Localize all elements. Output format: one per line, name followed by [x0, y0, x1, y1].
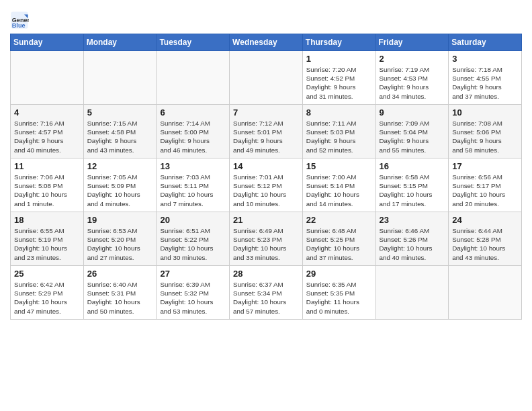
calendar-cell: 1Sunrise: 7:20 AM Sunset: 4:52 PM Daylig… [302, 51, 375, 105]
calendar-cell [375, 266, 449, 320]
calendar-cell [11, 51, 84, 105]
day-info: Sunrise: 7:20 AM Sunset: 4:52 PM Dayligh… [306, 65, 372, 101]
day-number: 4 [14, 107, 80, 118]
calendar-table: SundayMondayTuesdayWednesdayThursdayFrid… [10, 34, 522, 320]
calendar-cell: 9Sunrise: 7:09 AM Sunset: 5:04 PM Daylig… [375, 105, 449, 158]
weekday-header-row: SundayMondayTuesdayWednesdayThursdayFrid… [11, 34, 522, 51]
calendar-cell: 3Sunrise: 7:18 AM Sunset: 4:55 PM Daylig… [449, 51, 522, 105]
day-number: 25 [14, 269, 80, 279]
day-number: 28 [233, 269, 299, 279]
day-info: Sunrise: 6:55 AM Sunset: 5:19 PM Dayligh… [14, 226, 80, 262]
day-info: Sunrise: 6:40 AM Sunset: 5:31 PM Dayligh… [87, 280, 153, 316]
calendar-header: SundayMondayTuesdayWednesdayThursdayFrid… [11, 34, 522, 51]
day-info: Sunrise: 6:46 AM Sunset: 5:26 PM Dayligh… [380, 226, 445, 262]
day-info: Sunrise: 6:35 AM Sunset: 5:35 PM Dayligh… [306, 280, 372, 316]
day-info: Sunrise: 7:01 AM Sunset: 5:12 PM Dayligh… [233, 173, 299, 208]
day-info: Sunrise: 7:06 AM Sunset: 5:08 PM Dayligh… [14, 173, 80, 208]
day-number: 18 [14, 215, 80, 225]
day-info: Sunrise: 7:09 AM Sunset: 5:04 PM Dayligh… [380, 119, 445, 154]
calendar-cell: 29Sunrise: 6:35 AM Sunset: 5:35 PM Dayli… [302, 266, 375, 320]
day-number: 16 [380, 161, 445, 171]
calendar-cell [83, 51, 157, 105]
day-info: Sunrise: 7:03 AM Sunset: 5:11 PM Dayligh… [160, 173, 226, 208]
day-info: Sunrise: 7:19 AM Sunset: 4:53 PM Dayligh… [380, 65, 445, 101]
day-info: Sunrise: 6:39 AM Sunset: 5:32 PM Dayligh… [160, 280, 226, 316]
day-number: 10 [452, 107, 518, 118]
day-number: 11 [14, 161, 80, 171]
day-number: 8 [306, 107, 372, 118]
calendar-cell: 2Sunrise: 7:19 AM Sunset: 4:53 PM Daylig… [375, 51, 449, 105]
calendar-cell: 4Sunrise: 7:16 AM Sunset: 4:57 PM Daylig… [11, 105, 84, 158]
day-info: Sunrise: 7:08 AM Sunset: 5:06 PM Dayligh… [452, 119, 518, 154]
calendar-cell: 16Sunrise: 6:58 AM Sunset: 5:15 PM Dayli… [375, 158, 449, 212]
calendar-cell: 28Sunrise: 6:37 AM Sunset: 5:34 PM Dayli… [230, 266, 303, 320]
day-number: 6 [160, 107, 226, 118]
day-info: Sunrise: 6:37 AM Sunset: 5:34 PM Dayligh… [233, 280, 299, 316]
weekday-header-monday: Monday [83, 34, 157, 51]
calendar-cell: 11Sunrise: 7:06 AM Sunset: 5:08 PM Dayli… [11, 158, 84, 212]
day-info: Sunrise: 7:00 AM Sunset: 5:14 PM Dayligh… [306, 173, 372, 208]
day-info: Sunrise: 6:53 AM Sunset: 5:20 PM Dayligh… [87, 226, 153, 262]
day-info: Sunrise: 7:05 AM Sunset: 5:09 PM Dayligh… [87, 173, 153, 208]
calendar-week-row: 25Sunrise: 6:42 AM Sunset: 5:29 PM Dayli… [11, 266, 522, 320]
day-info: Sunrise: 6:42 AM Sunset: 5:29 PM Dayligh… [14, 280, 80, 316]
calendar-week-row: 11Sunrise: 7:06 AM Sunset: 5:08 PM Dayli… [11, 158, 522, 212]
day-info: Sunrise: 6:49 AM Sunset: 5:23 PM Dayligh… [233, 226, 299, 262]
day-info: Sunrise: 7:11 AM Sunset: 5:03 PM Dayligh… [306, 119, 372, 154]
day-number: 14 [233, 161, 299, 171]
calendar-cell: 24Sunrise: 6:44 AM Sunset: 5:28 PM Dayli… [449, 212, 522, 266]
page-header: General Blue [10, 7, 522, 30]
calendar-cell [449, 266, 522, 320]
calendar-week-row: 18Sunrise: 6:55 AM Sunset: 5:19 PM Dayli… [11, 212, 522, 266]
day-number: 5 [87, 107, 153, 118]
calendar-cell: 5Sunrise: 7:15 AM Sunset: 4:58 PM Daylig… [83, 105, 157, 158]
day-info: Sunrise: 7:12 AM Sunset: 5:01 PM Dayligh… [233, 119, 299, 154]
calendar-week-row: 4Sunrise: 7:16 AM Sunset: 4:57 PM Daylig… [11, 105, 522, 158]
day-info: Sunrise: 6:56 AM Sunset: 5:17 PM Dayligh… [452, 173, 518, 208]
day-number: 19 [87, 215, 153, 225]
day-number: 2 [380, 54, 445, 64]
weekday-header-wednesday: Wednesday [230, 34, 303, 51]
day-number: 22 [306, 215, 372, 225]
day-number: 27 [160, 269, 226, 279]
svg-text:Blue: Blue [12, 22, 26, 29]
calendar-cell: 20Sunrise: 6:51 AM Sunset: 5:22 PM Dayli… [157, 212, 230, 266]
day-info: Sunrise: 6:58 AM Sunset: 5:15 PM Dayligh… [380, 173, 445, 208]
weekday-header-saturday: Saturday [449, 34, 522, 51]
calendar-cell: 21Sunrise: 6:49 AM Sunset: 5:23 PM Dayli… [230, 212, 303, 266]
calendar-cell: 13Sunrise: 7:03 AM Sunset: 5:11 PM Dayli… [157, 158, 230, 212]
day-number: 1 [306, 54, 372, 64]
day-info: Sunrise: 6:48 AM Sunset: 5:25 PM Dayligh… [306, 226, 372, 262]
calendar-cell: 10Sunrise: 7:08 AM Sunset: 5:06 PM Dayli… [449, 105, 522, 158]
day-info: Sunrise: 7:16 AM Sunset: 4:57 PM Dayligh… [14, 119, 80, 154]
calendar-body: 1Sunrise: 7:20 AM Sunset: 4:52 PM Daylig… [11, 51, 522, 320]
calendar-cell [230, 51, 303, 105]
weekday-header-sunday: Sunday [11, 34, 84, 51]
calendar-cell: 23Sunrise: 6:46 AM Sunset: 5:26 PM Dayli… [375, 212, 449, 266]
calendar-cell: 19Sunrise: 6:53 AM Sunset: 5:20 PM Dayli… [83, 212, 157, 266]
calendar-cell: 14Sunrise: 7:01 AM Sunset: 5:12 PM Dayli… [230, 158, 303, 212]
day-number: 17 [452, 161, 518, 171]
calendar-cell: 25Sunrise: 6:42 AM Sunset: 5:29 PM Dayli… [11, 266, 84, 320]
logo-icon: General Blue [10, 11, 29, 30]
calendar-cell: 17Sunrise: 6:56 AM Sunset: 5:17 PM Dayli… [449, 158, 522, 212]
day-number: 12 [87, 161, 153, 171]
calendar-cell: 8Sunrise: 7:11 AM Sunset: 5:03 PM Daylig… [302, 105, 375, 158]
day-info: Sunrise: 7:14 AM Sunset: 5:00 PM Dayligh… [160, 119, 226, 154]
day-number: 9 [380, 107, 445, 118]
day-number: 7 [233, 107, 299, 118]
weekday-header-tuesday: Tuesday [157, 34, 230, 51]
logo: General Blue [10, 11, 32, 30]
calendar-cell: 12Sunrise: 7:05 AM Sunset: 5:09 PM Dayli… [83, 158, 157, 212]
calendar-cell: 27Sunrise: 6:39 AM Sunset: 5:32 PM Dayli… [157, 266, 230, 320]
weekday-header-friday: Friday [375, 34, 449, 51]
calendar-cell: 6Sunrise: 7:14 AM Sunset: 5:00 PM Daylig… [157, 105, 230, 158]
day-number: 26 [87, 269, 153, 279]
calendar-week-row: 1Sunrise: 7:20 AM Sunset: 4:52 PM Daylig… [11, 51, 522, 105]
day-number: 20 [160, 215, 226, 225]
day-info: Sunrise: 6:44 AM Sunset: 5:28 PM Dayligh… [452, 226, 518, 262]
calendar-cell: 15Sunrise: 7:00 AM Sunset: 5:14 PM Dayli… [302, 158, 375, 212]
day-number: 15 [306, 161, 372, 171]
calendar-cell: 26Sunrise: 6:40 AM Sunset: 5:31 PM Dayli… [83, 266, 157, 320]
day-number: 24 [452, 215, 518, 225]
